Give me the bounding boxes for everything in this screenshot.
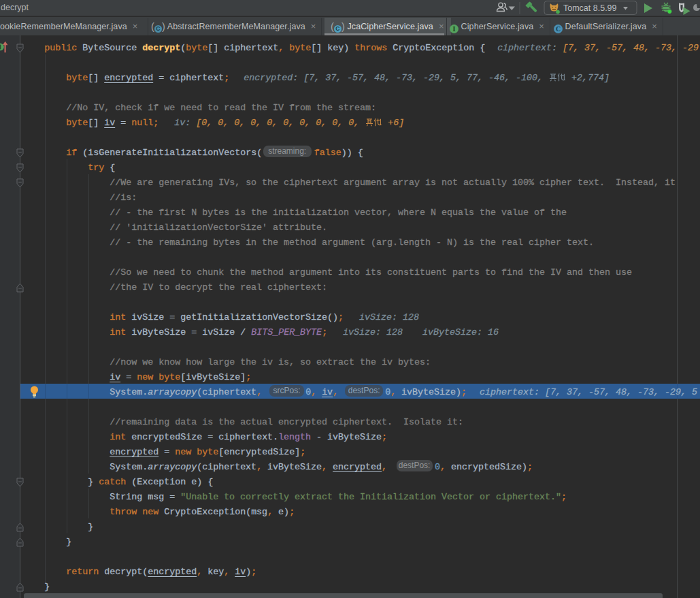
svg-text:Tomcat 8.5.99: Tomcat 8.5.99 bbox=[563, 3, 617, 13]
